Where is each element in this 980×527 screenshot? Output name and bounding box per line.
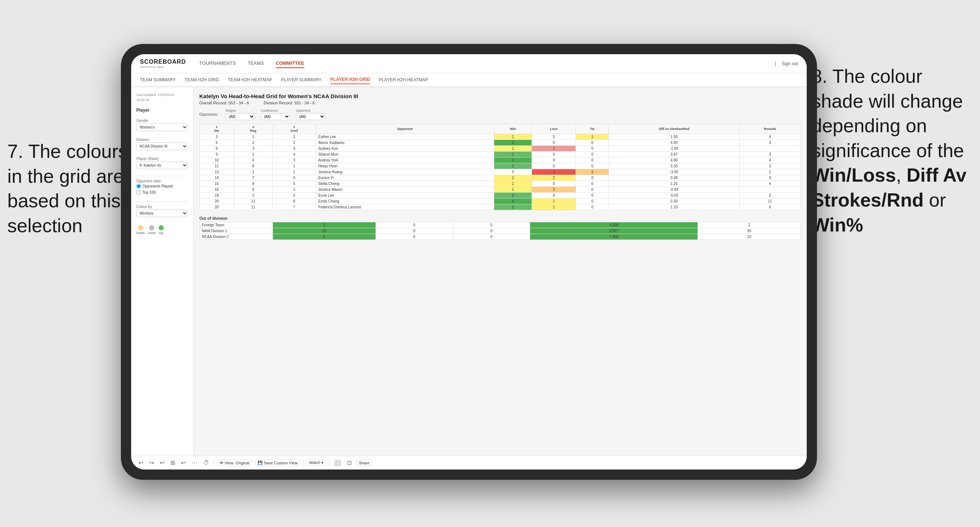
table-row: 14 7 4 Eunice Yi 2 2 0 0.38 9 <box>200 175 801 181</box>
export-btn[interactable]: ⬜ <box>332 459 342 467</box>
td-conf: 1 <box>272 134 316 140</box>
sub-nav: TEAM SUMMARY TEAM H2H GRID TEAM H2H HEAT… <box>131 73 807 87</box>
share2-btn[interactable]: ⊡ <box>345 459 353 467</box>
td-rounds <box>739 146 800 152</box>
refresh-btn[interactable]: ↩ <box>180 459 187 467</box>
td-div: 15 <box>200 181 234 187</box>
main-content: Last Updated: 27/03/2024 16:55:38 Player… <box>131 87 807 456</box>
td-loss: 1 <box>532 198 576 204</box>
radio-opponents-played-input[interactable] <box>136 184 141 189</box>
region-filter-select[interactable]: (All) <box>226 113 255 120</box>
table-row: 15 8 5 Stella Cheng 1 0 0 1.25 4 <box>200 181 801 187</box>
sub-nav-team-h2h-heatmap[interactable]: TEAM H2H HEATMAP <box>228 76 272 84</box>
colour-by-section: Colour by Win/loss <box>136 202 188 219</box>
td-div: 20 <box>200 198 234 204</box>
redo-btn[interactable]: ↪ <box>148 459 155 467</box>
td-conf: 1 <box>272 169 316 175</box>
legend-down-label: Down <box>136 231 145 235</box>
table-row: 16 9 1 Jessica Mason 1 2 0 -0.94 <box>200 187 801 193</box>
conference-filter: Conference (All) <box>261 109 290 120</box>
radio-top100-input[interactable] <box>136 190 141 195</box>
view-original-btn[interactable]: 👁 View: Original <box>217 460 252 466</box>
table-row: 5 2 2 Alexis Sudjianto 1 0 0 4.00 3 <box>200 140 801 146</box>
sub-nav-team-summary[interactable]: TEAM SUMMARY <box>140 76 176 84</box>
grid-btn[interactable]: ⊞ <box>169 459 177 467</box>
eye-icon: 👁 <box>220 461 223 465</box>
td-opponent: Sydney Kuo <box>316 146 494 152</box>
nav-teams[interactable]: TEAMS <box>248 59 264 68</box>
share-btn[interactable]: Share <box>356 460 372 466</box>
legend-down-dot <box>138 225 143 230</box>
sub-nav-player-h2h-grid[interactable]: PLAYER H2H GRID <box>331 75 370 84</box>
overall-record-value: 353 - 34 - 6 <box>228 101 249 105</box>
dots-btn[interactable]: ⋯ <box>190 459 199 467</box>
region-filter: Region (All) <box>226 109 255 120</box>
th-conf: #Conf <box>272 124 316 134</box>
conference-filter-select[interactable]: (All) <box>261 113 290 120</box>
nav-committee[interactable]: COMMITTEE <box>276 59 304 68</box>
opponent-filter-label: Opponent <box>296 109 325 113</box>
td-conf: 3 <box>272 146 316 152</box>
th-rounds: Rounds <box>739 124 800 134</box>
grid-records: Overall Record: 353 - 34 - 6 Division Re… <box>199 101 801 105</box>
td-reg: 1 <box>234 134 272 140</box>
td-reg: 6 <box>234 163 272 169</box>
td-loss: 0 <box>532 140 576 146</box>
conference-filter-label: Conference <box>261 109 290 113</box>
gender-select[interactable]: Women's <box>136 124 188 131</box>
td-loss: 0 <box>532 134 576 140</box>
nav-tournaments[interactable]: TOURNAMENTS <box>199 59 236 68</box>
ood-win: 15 <box>273 228 376 234</box>
colour-by-label: Colour by <box>136 205 188 209</box>
td-opponent: Jessica Mason <box>316 187 494 193</box>
td-tie: 0 <box>576 140 609 146</box>
clock-btn[interactable]: ⏱ <box>202 459 211 467</box>
td-reg: 2 <box>234 193 272 198</box>
logo-sub: Powered by clippd <box>140 65 176 68</box>
toolbar-divider-3 <box>329 459 329 467</box>
annotation-right-text2: , <box>896 164 907 186</box>
legend-up-label: Up <box>159 231 163 235</box>
sub-nav-player-h2h-heatmap[interactable]: PLAYER H2H HEATMAP <box>379 76 428 84</box>
sub-nav-team-h2h-grid[interactable]: TEAM H2H GRID <box>185 76 219 84</box>
back-btn[interactable]: ↩ <box>158 459 166 467</box>
out-of-division-label: Out of division <box>199 216 801 221</box>
table-row: Foreign Team 1 0 0 4.500 2 <box>200 222 801 228</box>
sub-nav-player-summary[interactable]: PLAYER SUMMARY <box>281 76 322 84</box>
view-original-label: View: Original <box>224 461 250 465</box>
sign-out-link[interactable]: Sign out <box>782 61 798 66</box>
td-opponent: Heeju Hyun <box>316 163 494 169</box>
overall-record-label: Overall Record: <box>199 101 227 105</box>
td-conf: 1 <box>272 187 316 193</box>
annotation-bold-winloss: Win/Loss <box>811 164 896 186</box>
table-row: 9 1 4 Sharon Mun 1 0 0 3.67 3 <box>200 152 801 157</box>
td-rounds: 4 <box>739 181 800 187</box>
gender-label: Gender <box>136 119 188 123</box>
td-rounds: 4 <box>739 134 800 140</box>
watch-btn[interactable]: Watch ▾ <box>306 459 326 466</box>
th-loss: Loss <box>532 124 576 134</box>
th-div: #Div <box>200 124 234 134</box>
td-tie: 0 <box>576 157 609 163</box>
save-custom-view-btn[interactable]: 💾 Save Custom View <box>255 459 301 466</box>
colour-by-select[interactable]: Win/loss <box>136 210 188 217</box>
td-diff: 1.33 <box>609 204 740 210</box>
td-loss: 2 <box>532 175 576 181</box>
radio-opponents-played[interactable]: Opponents Played <box>136 184 188 189</box>
table-row: 3 1 1 Esther Lee 1 0 1 1.50 4 <box>200 134 801 140</box>
player-rank-select[interactable]: 8. Katelyn Vo <box>136 162 188 169</box>
division-label: Division <box>136 138 188 142</box>
td-rounds: 3 <box>739 163 800 169</box>
td-win: 4 <box>494 198 531 204</box>
td-win: 2 <box>494 204 531 210</box>
td-win: 2 <box>494 193 531 198</box>
td-tie: 1 <box>576 134 609 140</box>
table-row: 11 6 1 Heeju Hyun 1 0 0 3.33 3 <box>200 163 801 169</box>
radio-top100[interactable]: Top 100 <box>136 190 188 195</box>
td-div: 3 <box>200 134 234 140</box>
td-win: 0 <box>494 169 531 175</box>
undo-btn[interactable]: ↩ <box>137 459 145 467</box>
opponent-filter-select[interactable]: (All) <box>296 113 325 120</box>
division-select[interactable]: NCAA Division III <box>136 143 188 150</box>
division-record-value: 331 - 34 - 6 <box>294 101 315 105</box>
